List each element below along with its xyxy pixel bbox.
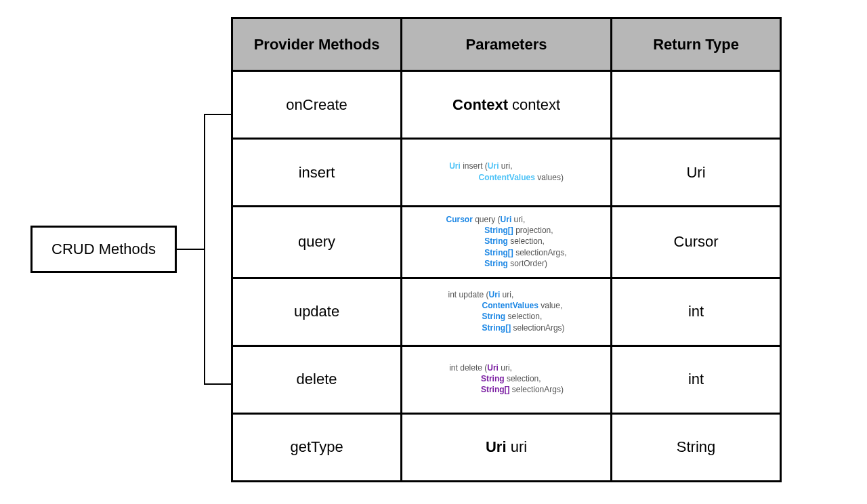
table-row: insert Uri insert (Uri uri, ContentValue… (232, 139, 781, 207)
method-params: Uri uri (402, 413, 612, 481)
signature-insert: Uri insert (Uri uri, ContentValues value… (449, 161, 564, 182)
method-name: onCreate (232, 71, 402, 139)
method-name: delete (232, 345, 402, 413)
param-name: uri (507, 438, 528, 455)
param-type: Context (452, 96, 508, 113)
method-params: Uri insert (Uri uri, ContentValues value… (402, 139, 612, 207)
param-name: context (508, 96, 560, 113)
table-row: update int update (Uri uri, ContentValue… (232, 278, 781, 345)
method-name: getType (232, 413, 402, 481)
crud-methods-label-box: CRUD Methods (30, 226, 177, 273)
table-row: getType Uri uri String (232, 413, 781, 481)
method-return: int (612, 345, 781, 413)
signature-query: Cursor query (Uri uri, String[] projecti… (446, 214, 567, 269)
crud-methods-label: CRUD Methods (51, 240, 156, 258)
table-row: onCreate Context context (232, 71, 781, 139)
table-header-row: Provider Methods Parameters Return Type (232, 18, 781, 71)
method-return: Cursor (612, 207, 781, 278)
bracket-connector (177, 114, 231, 385)
method-return: String (612, 413, 781, 481)
method-name: query (232, 207, 402, 278)
param-type: Uri (486, 438, 507, 455)
signature-delete: int delete (Uri uri, String selection, S… (449, 362, 564, 396)
table-row: delete int delete (Uri uri, String selec… (232, 345, 781, 413)
header-provider-methods: Provider Methods (232, 18, 402, 71)
method-name: insert (232, 139, 402, 207)
method-return: int (612, 278, 781, 345)
method-params: int delete (Uri uri, String selection, S… (402, 345, 612, 413)
method-params: Cursor query (Uri uri, String[] projecti… (402, 207, 612, 278)
table-row: query Cursor query (Uri uri, String[] pr… (232, 207, 781, 278)
method-name: update (232, 278, 402, 345)
method-params: int update (Uri uri, ContentValues value… (402, 278, 612, 345)
method-params: Context context (402, 71, 612, 139)
provider-methods-table: Provider Methods Parameters Return Type … (231, 17, 782, 482)
signature-update: int update (Uri uri, ContentValues value… (448, 289, 565, 333)
header-parameters: Parameters (402, 18, 612, 71)
header-return-type: Return Type (612, 18, 781, 71)
diagram-root: CRUD Methods Provider Methods Parameters… (30, 17, 782, 482)
method-return: Uri (612, 139, 781, 207)
method-return (612, 71, 781, 139)
